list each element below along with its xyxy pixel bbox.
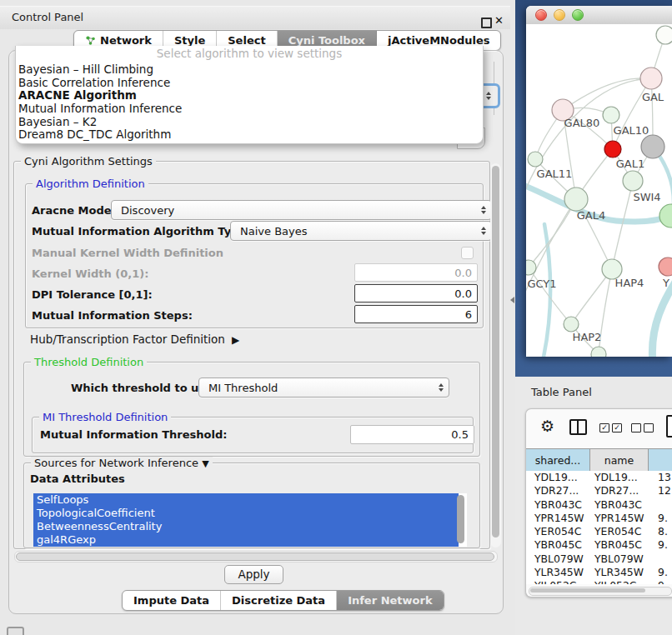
dropdown-item-bayesian-k2[interactable]: Bayesian – K2 <box>16 116 483 129</box>
node-label: HAP4 <box>615 277 644 289</box>
minimize-window-icon[interactable] <box>554 9 565 21</box>
table-row[interactable]: YJL052CYJL052C9 <box>526 579 672 584</box>
table-panel-title: Table Panel <box>531 386 592 398</box>
mi-threshold-label: Mutual Information Threshold: <box>40 428 227 441</box>
bottom-tab-discretize-data[interactable]: Discretize Data <box>221 591 337 610</box>
settings-group-title: Cyni Algorithm Settings <box>21 155 156 168</box>
network-node[interactable] <box>591 347 606 357</box>
table-row[interactable]: YDL19...YDL19...13 <box>526 471 672 484</box>
network-node-gal11[interactable] <box>528 152 543 167</box>
sources-title: Sources for Network Inference ▼ <box>31 457 213 469</box>
network-node-y[interactable] <box>659 258 672 276</box>
network-node-gal1[interactable] <box>604 141 621 158</box>
network-edge[interactable] <box>612 181 633 269</box>
network-node-hap2[interactable] <box>564 317 579 332</box>
list-scrollbar[interactable] <box>457 495 464 543</box>
dropdown-item-bayesian-hill-climbing[interactable]: Bayesian – Hill Climbing <box>16 63 483 77</box>
network-node[interactable] <box>623 171 643 191</box>
hub-definition-toggle[interactable]: Hub/Transcription Factor Definition▶ <box>30 332 239 346</box>
panel-title: Control Panel <box>12 11 83 23</box>
network-window-titlebar <box>526 6 672 25</box>
attribute-item-topologicalcoefficient[interactable]: TopologicalCoefficient <box>33 507 459 520</box>
attribute-item-betweennesscentrality[interactable]: BetweennessCentrality <box>33 520 459 533</box>
network-desktop: GALGAL80GAL10GAL1GAL11GAL4SWI4GCY1HAP4YH… <box>515 0 672 377</box>
threshold-definition-title: Threshold Definition <box>31 356 147 368</box>
combo-stepper-icon <box>481 206 486 214</box>
gear-icon[interactable]: ⚙ <box>540 417 554 435</box>
float-panel-icon[interactable] <box>481 18 492 28</box>
apply-button[interactable]: Apply <box>224 565 283 584</box>
dropdown-item-aracne-algorithm[interactable]: ARACNE Algorithm <box>16 89 483 102</box>
mi-algorithm-type-value: Naive Bayes <box>240 225 307 238</box>
zoom-window-icon[interactable] <box>572 9 584 21</box>
dropdown-item-dream8-dc-tdc-algorithm[interactable]: Dream8 DC_TDC Algorithm <box>16 128 483 142</box>
split-pane-handle-icon[interactable] <box>510 297 514 303</box>
algorithm-dropdown-list: Select algorithm to view settings Bayesi… <box>15 46 484 144</box>
network-edge[interactable] <box>563 78 651 110</box>
node-label: GAL80 <box>564 117 600 129</box>
node-label: GAL <box>642 91 664 103</box>
dpi-tolerance-label: DPI Tolerance [0,1]: <box>32 288 153 301</box>
manual-kernel-width-checkbox[interactable] <box>461 247 474 259</box>
node-label: GCY1 <box>527 278 556 290</box>
combo-stepper-icon <box>481 227 486 235</box>
table-row[interactable]: YLR345WYLR345W9. <box>526 566 672 579</box>
close-panel-icon[interactable]: ✕ <box>494 14 504 27</box>
node-label: GAL1 <box>616 158 644 170</box>
deselect-all-icon[interactable] <box>631 423 654 432</box>
network-view-window: GALGAL80GAL10GAL1GAL11GAL4SWI4GCY1HAP4YH… <box>526 6 672 357</box>
network-node[interactable] <box>641 135 664 158</box>
which-threshold-label: Which threshold to use: <box>71 382 217 394</box>
mi-steps-field[interactable]: 6 <box>354 305 478 323</box>
data-attributes-list[interactable]: SelfLoopsTopologicalCoefficientBetweenne… <box>33 493 467 547</box>
network-node[interactable] <box>656 26 672 44</box>
algorithm-definition-title: Algorithm Definition <box>33 178 148 190</box>
dropdown-item-basic-correlation-inference[interactable]: Basic Correlation Inference <box>16 77 483 90</box>
node-label: GAL11 <box>537 168 573 180</box>
attribute-item-selfloops[interactable]: SelfLoops <box>33 493 459 507</box>
control-panel-titlebar: Control Panel ✕ <box>0 6 510 29</box>
dropdown-item-mutual-information-inference[interactable]: Mutual Information Inference <box>16 102 483 116</box>
select-all-icon[interactable]: ✓✓ <box>599 423 622 432</box>
network-node-gcy1[interactable] <box>526 260 536 275</box>
data-attributes-label: Data Attributes <box>30 472 125 485</box>
table-header-cell[interactable] <box>649 449 672 471</box>
table-row[interactable]: YDR27...YDR27...12 <box>526 484 672 498</box>
docked-panel-icon[interactable] <box>7 627 24 635</box>
network-node-gal4[interactable] <box>564 188 588 211</box>
new-table-icon[interactable] <box>666 415 672 438</box>
table-row[interactable]: YPR145WYPR145W9. <box>526 512 672 525</box>
aracne-mode-combo[interactable]: Discovery <box>111 200 492 220</box>
network-canvas[interactable]: GALGAL80GAL10GAL1GAL11GAL4SWI4GCY1HAP4YH… <box>526 24 672 357</box>
kernel-width-label: Kernel Width (0,1): <box>32 268 148 280</box>
bottom-tab-impute-data[interactable]: Impute Data <box>123 591 221 610</box>
table-row[interactable]: YBL079WYBL079W <box>526 552 672 566</box>
which-threshold-combo[interactable]: MI Threshold <box>198 378 449 398</box>
mi-threshold-field[interactable]: 0.5 <box>350 425 474 444</box>
expanded-arrow-icon: ▼ <box>202 458 208 469</box>
network-node-swi4[interactable] <box>659 204 672 228</box>
table-row[interactable]: YBR043CYBR043C <box>526 498 672 512</box>
application-window: Control Panel ✕ NetworkStyleSelectCyni T… <box>0 0 672 635</box>
table-horizontal-scrollbar[interactable] <box>529 587 672 596</box>
table-header-cell[interactable]: name <box>590 449 649 471</box>
attribute-item-gal4rgexp[interactable]: gal4RGexp <box>33 533 459 547</box>
aracne-mode-value: Discovery <box>121 204 174 217</box>
table-window: ⚙ ✓✓ shared...name YDL19...YDL19...13YDR… <box>525 408 672 598</box>
table-row[interactable]: YER054CYER054C8. <box>526 525 672 538</box>
network-node-gal10[interactable] <box>603 107 619 123</box>
settings-vertical-scrollbar[interactable] <box>490 163 501 548</box>
table-header-cell[interactable]: shared... <box>526 449 590 471</box>
split-columns-icon[interactable] <box>569 419 587 435</box>
kernel-width-field[interactable]: 0.0 <box>354 263 478 282</box>
close-window-icon[interactable] <box>535 9 547 21</box>
bottom-tab-infer-network[interactable]: Infer Network <box>337 591 443 610</box>
network-node-gal[interactable] <box>640 68 662 89</box>
table-header-row: shared...name <box>526 448 672 472</box>
table-panel-area: Table Panel ⚙ ✓✓ shared...name YDL19...Y… <box>515 377 672 635</box>
table-row[interactable]: YBR045CYBR045C9. <box>526 538 672 552</box>
which-threshold-value: MI Threshold <box>208 382 278 394</box>
settings-horizontal-scrollbar[interactable] <box>14 551 498 562</box>
dpi-tolerance-field[interactable]: 0.0 <box>354 284 478 302</box>
mi-algorithm-type-combo[interactable]: Naive Bayes <box>230 221 492 241</box>
